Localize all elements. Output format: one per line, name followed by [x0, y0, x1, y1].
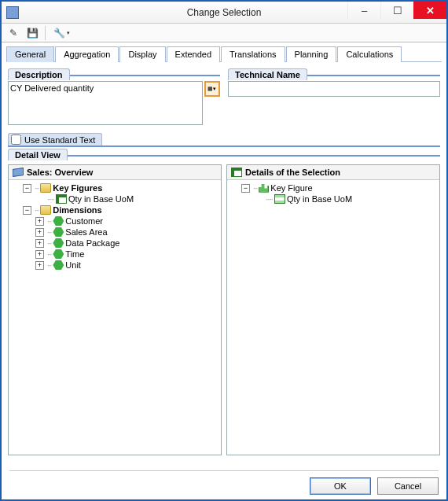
dimension-icon: [53, 249, 64, 259]
save-button[interactable]: 💾: [24, 25, 41, 41]
tree-connector: ·····: [266, 195, 273, 204]
tree-connector: ···: [35, 206, 39, 215]
selection-details-tree[interactable]: − ··· Key Figure ····· Qty in Base UoM: [227, 180, 439, 207]
tab-aggregation[interactable]: Aggregation: [55, 46, 119, 62]
tree-node-sales-area[interactable]: + ··· Sales Area: [35, 227, 219, 238]
caret-down-icon: ▾: [67, 30, 70, 36]
collapse-icon[interactable]: −: [23, 184, 31, 193]
tab-extended[interactable]: Extended: [167, 46, 220, 62]
folder-icon: [40, 205, 51, 215]
key-figures-label: Key Figures: [53, 183, 102, 193]
toolbar-separator: [45, 26, 46, 40]
use-standard-text-label: Use Standard Text: [24, 135, 95, 145]
dialog-footer: OK Cancel: [9, 470, 439, 495]
use-standard-text-checkbox[interactable]: [11, 134, 21, 145]
wand-button[interactable]: ✎: [5, 25, 22, 41]
tree-node-unit[interactable]: + ··· Unit: [35, 260, 219, 271]
selection-details-header: Details of the Selection: [227, 165, 439, 180]
key-figure-icon: [56, 194, 67, 204]
dimension-icon: [53, 260, 64, 270]
selection-details-pane: Details of the Selection − ··· Key Figur…: [226, 164, 440, 455]
toolbar: ✎ 💾 🔧▾: [2, 24, 446, 42]
tree-connector: ·····: [47, 195, 54, 204]
collapse-icon[interactable]: −: [241, 184, 250, 193]
close-button[interactable]: ✕: [413, 2, 446, 19]
expand-icon[interactable]: +: [35, 250, 44, 259]
infoprovider-header: Sales: Overview: [9, 165, 221, 180]
infoprovider-title: Sales: Overview: [27, 168, 93, 177]
tree-node-qty-base-uom[interactable]: ····· Qty in Base UoM: [35, 193, 219, 204]
infoprovider-pane: Sales: Overview − ··· Key Figures: [8, 164, 222, 455]
cancel-button[interactable]: Cancel: [377, 477, 439, 495]
sales-area-label: Sales Area: [65, 227, 107, 237]
detail-view-label: Detail View: [8, 149, 68, 160]
selection-details-title: Details of the Selection: [245, 168, 340, 177]
technical-name-group: Technical Name: [228, 75, 440, 97]
maximize-button[interactable]: ☐: [380, 2, 413, 19]
selected-key-figure-icon: [274, 194, 285, 204]
selected-qty-base-uom-label: Qty in Base UoM: [287, 194, 352, 204]
tab-translations[interactable]: Translations: [221, 46, 285, 62]
tab-display[interactable]: Display: [119, 46, 165, 62]
tab-planning[interactable]: Planning: [286, 46, 337, 62]
expand-icon[interactable]: +: [35, 239, 44, 248]
data-package-label: Data Package: [65, 238, 119, 248]
tab-calculations[interactable]: Calculations: [337, 46, 402, 62]
dimension-icon: [53, 216, 64, 226]
tree-connector: ···: [35, 184, 39, 193]
use-standard-text-container[interactable]: Use Standard Text: [8, 133, 102, 146]
dimensions-label: Dimensions: [53, 205, 101, 215]
wrench-icon: 🔧: [53, 28, 65, 39]
tab-general[interactable]: General: [6, 46, 54, 62]
tree-node-key-figures[interactable]: − ··· Key Figures: [23, 182, 219, 193]
tree-connector: ···: [47, 217, 51, 226]
expand-icon[interactable]: +: [35, 261, 44, 270]
value-help-icon: ▦▾: [207, 86, 216, 92]
technical-name-input[interactable]: [228, 81, 440, 97]
tree-connector: ···: [253, 184, 257, 193]
tree-node-data-package[interactable]: + ··· Data Package: [35, 238, 219, 249]
time-label: Time: [65, 249, 84, 259]
unit-label: Unit: [65, 260, 81, 270]
tree-node-dimensions[interactable]: − ··· Dimensions: [23, 204, 219, 216]
collapse-icon[interactable]: −: [23, 206, 31, 215]
tree-node-selected-qty-base-uom[interactable]: ····· Qty in Base UoM: [254, 193, 438, 204]
tree-node-time[interactable]: + ··· Time: [35, 249, 219, 260]
tree-connector: ···: [47, 261, 51, 270]
description-textarea[interactable]: [8, 81, 203, 125]
tools-dropdown-button[interactable]: 🔧▾: [50, 25, 73, 41]
description-label: Description: [8, 68, 70, 80]
infoprovider-tree[interactable]: − ··· Key Figures ····· Qty in Base UoM: [9, 180, 221, 273]
ok-button[interactable]: OK: [310, 477, 371, 495]
dimension-icon: [53, 227, 64, 237]
sheet-icon: [231, 168, 242, 177]
dimension-icon: [53, 238, 64, 248]
description-group: Description ▦▾: [8, 75, 220, 125]
technical-name-label: Technical Name: [228, 68, 307, 80]
tree-connector: ···: [47, 239, 51, 248]
expand-icon[interactable]: +: [35, 217, 44, 226]
app-icon: [6, 6, 19, 19]
tree-connector: ···: [47, 250, 51, 259]
qty-base-uom-label: Qty in Base UoM: [68, 194, 134, 204]
expand-icon[interactable]: +: [35, 228, 44, 237]
tree-connector: ···: [47, 228, 51, 237]
tree-node-key-figure[interactable]: − ··· Key Figure: [241, 182, 438, 193]
save-icon: 💾: [27, 28, 39, 39]
titlebar: Change Selection – ☐ ✕: [2, 2, 446, 24]
key-figure-group-icon: [259, 184, 269, 193]
tab-strip: General Aggregation Display Extended Tra…: [2, 42, 446, 61]
tree-node-customer[interactable]: + ··· Customer: [35, 216, 219, 227]
detail-view-group: Detail View Sales: Overview − ··· Key Fi…: [8, 155, 440, 455]
wand-icon: ✎: [9, 28, 17, 39]
cube-icon: [13, 168, 24, 177]
minimize-button[interactable]: –: [347, 2, 380, 19]
folder-icon: [40, 183, 51, 193]
description-value-help-button[interactable]: ▦▾: [204, 81, 220, 97]
key-figure-label: Key Figure: [270, 183, 312, 193]
customer-label: Customer: [65, 216, 103, 226]
